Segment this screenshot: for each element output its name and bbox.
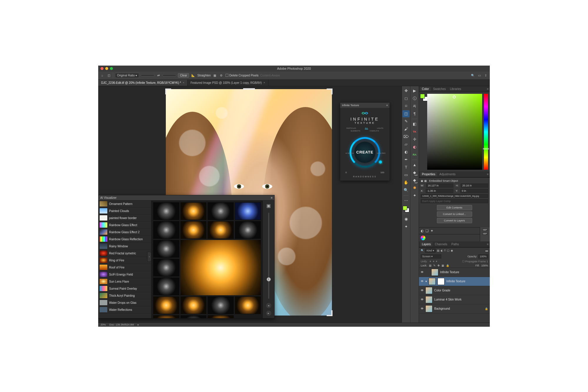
ra-icon[interactable]: RA (411, 151, 418, 158)
search-icon[interactable]: 🔍 (470, 73, 475, 78)
visibility-eye-icon[interactable]: 👁 (421, 307, 424, 310)
pen-tool-icon[interactable]: ✒ (402, 156, 410, 163)
preset-item[interactable]: Water Drops on Glas (98, 299, 151, 306)
collapse-handle[interactable]: ‹ (147, 252, 151, 262)
visibility-eye-icon[interactable]: 👁 (421, 271, 424, 274)
home-icon[interactable]: ⌂ (100, 73, 105, 78)
plugin-icon[interactable]: ✦ (411, 192, 418, 199)
category[interactable]: PARTICLES (346, 127, 356, 129)
layer-row[interactable]: 👁Color Grade (419, 286, 490, 295)
preset-item[interactable]: Ornament Pattern (98, 201, 151, 208)
zoom-level[interactable]: 20% (101, 323, 106, 326)
preset-item[interactable]: Rainbow Glass Effect 2 (98, 229, 151, 236)
move-tool-icon[interactable]: ✥ (402, 87, 410, 94)
filter-icon[interactable]: ▢ (447, 249, 450, 252)
plugin-icon[interactable]: ✺ (411, 184, 418, 191)
lock-icon[interactable]: ✥ (437, 264, 440, 267)
delete-cropped-checkbox[interactable]: Delete Cropped Pixels (225, 74, 259, 77)
preset-item[interactable]: Painted Clouds (98, 208, 151, 215)
preset-item[interactable]: Sun Lens Flare (98, 278, 151, 285)
preset-item[interactable]: painted flower border (98, 215, 151, 222)
preset-item[interactable]: Water Reflections (98, 306, 151, 313)
category[interactable]: LIGHTS (377, 127, 383, 129)
crop-handle[interactable] (243, 88, 255, 90)
lock-icon[interactable]: 🔒 (446, 264, 449, 267)
layer-name[interactable]: Background (434, 307, 483, 310)
arrow-icon[interactable]: ▶ (411, 87, 418, 94)
color-swatches[interactable] (403, 206, 409, 212)
preset-item[interactable]: Rainbow Glass Reflection (98, 236, 151, 243)
layer-comp-dropdown[interactable]: Don't Apply Layer Comp (421, 199, 488, 203)
filter-toggle[interactable]: ▬ (485, 249, 488, 252)
visibility-eye-icon[interactable]: 👁 (421, 280, 424, 283)
straighten-icon[interactable]: 📐 (191, 73, 196, 78)
grid-overlay-icon[interactable]: ▦ (213, 73, 217, 78)
panel-menu-icon[interactable]: ≡ (271, 196, 273, 199)
filter-icon[interactable]: ▧ (437, 249, 440, 252)
crop-handle[interactable] (327, 89, 333, 94)
edit-contents-button[interactable]: Edit Contents (437, 205, 472, 210)
shape-tool-icon[interactable]: ▭ (402, 171, 410, 179)
swap-icon[interactable]: ⇄ (156, 73, 161, 78)
close-tab-icon[interactable]: × (183, 81, 184, 84)
width-field[interactable] (141, 74, 154, 76)
infinite-texture-panel[interactable]: Infinite Texture≡ INFINITE TEXTURE PARTI… (340, 102, 390, 181)
preset-item[interactable]: SciFi Energy Field (98, 271, 151, 278)
panel-menu-icon[interactable]: ≡ (487, 243, 489, 246)
blend-mode-dropdown[interactable]: Screen ▾ (421, 254, 441, 258)
crop-handle[interactable] (327, 310, 333, 316)
category[interactable]: ALL (365, 127, 368, 129)
preset-item[interactable]: Red Fractal symetric (98, 250, 151, 257)
screen-mode-icon[interactable]: ▭ (477, 73, 482, 78)
x-field[interactable]: -1.35 in (426, 189, 453, 193)
randomness-dial[interactable]: CREATE AI MATCH HIGH RES (347, 135, 382, 170)
height-field[interactable]: 20.16 in (461, 184, 488, 188)
layer-name[interactable]: Infinite Texture (440, 271, 488, 274)
panel-menu-icon[interactable]: ≡ (487, 87, 489, 91)
plugin-orange-icon[interactable]: ◐ (411, 144, 418, 151)
preset-item[interactable]: Roof of Fire (98, 264, 151, 271)
height-field[interactable] (163, 74, 176, 76)
layer-row[interactable]: 👁Luminar 4 Skin Work (419, 295, 490, 304)
group-toggle-icon[interactable]: ▾ (425, 280, 427, 283)
styles-icon[interactable]: ◧ (411, 121, 418, 128)
document-tab[interactable]: DJC_2236-Edit.tif @ 20% (Infinite Textur… (98, 80, 188, 86)
ratio-dropdown[interactable]: Original Ratio ▾ (115, 73, 139, 78)
tab-color[interactable]: Color (420, 87, 431, 91)
crop-tool-icon[interactable]: ◫ (402, 110, 410, 117)
opacity-field[interactable]: 100% (478, 254, 488, 258)
marquee-tool-icon[interactable]: ◻ (402, 95, 410, 102)
visibility-eye-icon[interactable]: 👁 (421, 298, 424, 301)
adjustment-icon[interactable]: ◐ (421, 229, 424, 233)
nbp-plugin-icon[interactable]: NBP◆ (411, 169, 418, 176)
adjustment-icon[interactable]: ❏ (425, 229, 429, 233)
hue-slider[interactable] (484, 94, 488, 170)
convert-layers-button[interactable]: Convert to Layers (437, 218, 472, 223)
gradient-tool-icon[interactable]: ◐ (402, 149, 410, 156)
clone-stamp-tool-icon[interactable]: ⌦ (402, 133, 410, 140)
plugin-pink-icon[interactable]: ✢ (411, 136, 418, 143)
panel-menu-icon[interactable]: ≡ (487, 173, 489, 176)
filter-icon[interactable]: T (444, 249, 446, 252)
zoom-tool-icon[interactable]: 🔍 (402, 187, 410, 194)
canvas-area[interactable]: Infinite Texture≡ INFINITE TEXTURE PARTI… (98, 86, 402, 323)
preset-item[interactable]: Ring of Fire (98, 257, 151, 264)
preset-item[interactable]: Thick Acryl Painting (98, 292, 151, 299)
edit-toolbar-icon[interactable]: ⋯ (402, 197, 410, 204)
preset-list[interactable]: Ornament PatternPainted Cloudspainted fl… (98, 201, 151, 318)
clear-button[interactable]: Clear (178, 73, 189, 78)
y-field[interactable]: 0 in (460, 189, 488, 193)
tab-libraries[interactable]: Libraries (448, 87, 463, 91)
convert-linked-button[interactable]: Convert to Linked... (437, 211, 472, 217)
zoom-in-icon[interactable]: ▣ (266, 203, 271, 208)
preset-item[interactable]: Rainbow Glass Effect (98, 222, 151, 229)
eraser-tool-icon[interactable]: ▱ (402, 141, 410, 148)
filter-kind-dropdown[interactable]: Kind ▾ (425, 248, 436, 253)
lock-icon[interactable]: ▧ (429, 264, 432, 267)
layer-name[interactable]: Infinite Texture (446, 280, 488, 283)
brush-tool-icon[interactable]: 🖌 (402, 126, 410, 133)
histogram-icon[interactable]: ▲ (411, 161, 418, 169)
tab-properties[interactable]: Properties (420, 172, 437, 176)
prev-page-icon[interactable]: ◂ (266, 303, 271, 308)
panel-menu-icon[interactable]: ≡ (386, 104, 388, 107)
